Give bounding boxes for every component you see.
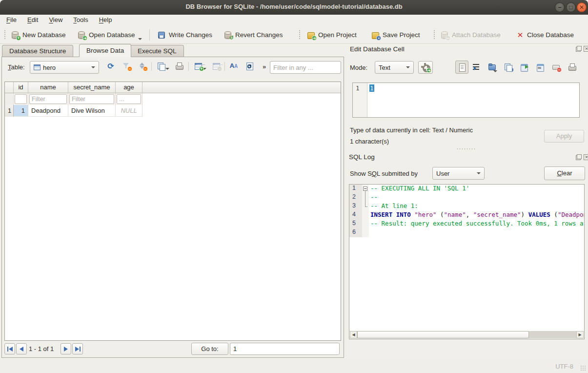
import-from-file-button[interactable] <box>487 62 496 73</box>
print-table-button[interactable] <box>173 60 185 72</box>
column-header-id[interactable]: id <box>14 82 28 93</box>
next-record-button[interactable] <box>61 343 71 354</box>
cell-name[interactable]: Deadpond <box>28 105 68 117</box>
column-header-secret-name[interactable]: secret_name <box>68 82 116 93</box>
save-table-icon <box>157 62 165 70</box>
goto-input[interactable] <box>230 343 340 355</box>
menu-help[interactable]: Help <box>94 15 118 25</box>
cell-age[interactable]: NULL <box>116 105 142 117</box>
filter-input-age[interactable] <box>117 94 141 104</box>
cell-id[interactable]: 1 <box>14 105 28 117</box>
menu-view[interactable]: View <box>43 15 68 25</box>
tab-execute-sql[interactable]: Execute SQL <box>130 45 184 57</box>
minimize-button[interactable]: − <box>555 2 565 12</box>
write-changes-button[interactable]: Write Changes <box>154 28 215 42</box>
last-record-button[interactable] <box>72 343 83 354</box>
dock-float-icon[interactable] <box>576 46 582 52</box>
open-in-external-app-button[interactable] <box>520 62 528 73</box>
clear-sorting-button[interactable]: − <box>136 60 148 72</box>
text-mode-toggle[interactable] <box>455 61 468 74</box>
print-icon <box>175 62 183 70</box>
font-format-icon: AA <box>230 62 238 70</box>
previous-record-button[interactable] <box>16 343 27 354</box>
attach-database-button: ∞ Attach Database <box>437 28 504 42</box>
menu-file[interactable]: File <box>1 15 22 25</box>
cell-secret-name[interactable]: Dive Wilson <box>68 105 116 117</box>
toolbar-drag-handle[interactable] <box>299 30 301 40</box>
close-button[interactable]: ✕ <box>577 2 587 12</box>
table-select[interactable]: hero <box>30 61 99 74</box>
word-wrap-icon <box>472 62 481 71</box>
clear-log-button[interactable]: Clear <box>544 166 585 180</box>
menu-edit[interactable]: Edit <box>22 15 43 25</box>
new-database-button[interactable]: + New Database <box>8 28 69 42</box>
refresh-button[interactable]: ⟳ <box>104 60 117 72</box>
chevron-down-icon <box>477 172 481 174</box>
dock-close-icon[interactable]: ✕ <box>584 154 588 160</box>
toolbar-drag-handle[interactable] <box>433 30 436 40</box>
cell-editor[interactable]: 1 1 <box>352 83 580 118</box>
clear-filters-icon: − <box>122 62 131 70</box>
right-dock: Edit Database Cell ✕ Mode: Text ➜ ▪ − 1 … <box>345 44 588 359</box>
sql-log-view[interactable]: 1-- EXECUTING ALL IN 'SQL 1'2--3-- At li… <box>349 184 585 339</box>
maximize-button[interactable]: □ <box>566 2 576 12</box>
export-to-file-button[interactable]: ▪ <box>504 62 512 73</box>
auto-switch-mode-button[interactable]: ➜ <box>418 61 433 74</box>
editor-line-number: 1 <box>353 83 367 117</box>
sql-log-line: 4INSERT INTO "hero" ("name", "secret_nam… <box>349 211 584 220</box>
set-null-button[interactable]: − <box>551 62 560 73</box>
dock-float-icon[interactable] <box>576 154 582 160</box>
table-icon <box>34 64 41 70</box>
open-database-icon: ➜ <box>77 31 86 40</box>
fold-collapse-icon[interactable] <box>363 186 367 191</box>
open-database-dropdown-arrow[interactable] <box>138 38 142 40</box>
mode-select[interactable]: Text <box>375 61 414 74</box>
find-in-table-button[interactable] <box>243 60 256 72</box>
print-cell-button[interactable] <box>568 62 576 73</box>
save-project-button[interactable]: ▪ Save Project <box>368 28 423 42</box>
link-window-icon <box>536 62 545 71</box>
revert-changes-button[interactable]: ↺ Revert Changes <box>221 28 286 42</box>
menubar: File Edit View Tools Help <box>0 15 588 26</box>
table-label: Table: <box>8 63 25 71</box>
row-number[interactable]: 1 <box>5 105 14 117</box>
first-record-button[interactable] <box>4 343 15 354</box>
open-project-button[interactable]: ➜ Open Project <box>304 28 360 42</box>
clear-filters-button[interactable]: − <box>120 60 133 72</box>
gear-icon: ➜ <box>421 63 430 72</box>
word-wrap-button[interactable] <box>472 62 481 73</box>
scroll-left-arrow[interactable]: ◀ <box>350 331 357 338</box>
open-database-button[interactable]: ➜ Open Database <box>74 28 145 42</box>
edit-display-format-button[interactable]: AA <box>227 60 240 72</box>
tab-database-structure[interactable]: Database Structure <box>2 45 73 57</box>
goto-button[interactable]: Go to: <box>191 343 228 355</box>
insert-record-button[interactable]: + <box>192 60 208 72</box>
previous-icon <box>20 347 23 352</box>
scroll-right-arrow[interactable]: ▶ <box>576 331 584 338</box>
column-header-age[interactable]: age <box>116 82 142 93</box>
dock-close-icon[interactable]: ✕ <box>584 46 588 52</box>
sql-log-line: 2-- <box>349 193 584 202</box>
editor-selected-text: 1 <box>369 84 374 92</box>
find-in-cells-icon <box>245 62 254 70</box>
column-header-name[interactable]: name <box>28 82 68 93</box>
filter-input-name[interactable] <box>29 94 67 104</box>
dock-splitter-handle[interactable] <box>456 148 476 150</box>
filter-input-secret-name[interactable] <box>69 94 114 104</box>
show-sql-select[interactable]: User <box>432 167 485 180</box>
resize-grip[interactable] <box>580 365 586 371</box>
save-table-view-button[interactable] <box>155 60 171 72</box>
filter-input-id[interactable] <box>15 94 27 104</box>
next-icon <box>64 347 68 352</box>
tab-browse-data[interactable]: Browse Data <box>79 44 131 57</box>
toolbar-overflow-chevron[interactable]: » <box>263 63 266 70</box>
close-database-button[interactable]: ✕ Close Database <box>513 28 577 42</box>
scrollbar-thumb[interactable] <box>357 331 529 338</box>
menu-tools[interactable]: Tools <box>68 15 93 25</box>
filter-any-column-input[interactable] <box>270 61 341 74</box>
horizontal-scrollbar[interactable]: ◀ ▶ <box>350 331 584 338</box>
chevron-down-icon <box>406 66 410 68</box>
copy-as-link-button[interactable] <box>536 62 545 73</box>
toolbar-drag-handle[interactable] <box>4 30 6 40</box>
encoding-label[interactable]: UTF-8 <box>555 363 573 370</box>
